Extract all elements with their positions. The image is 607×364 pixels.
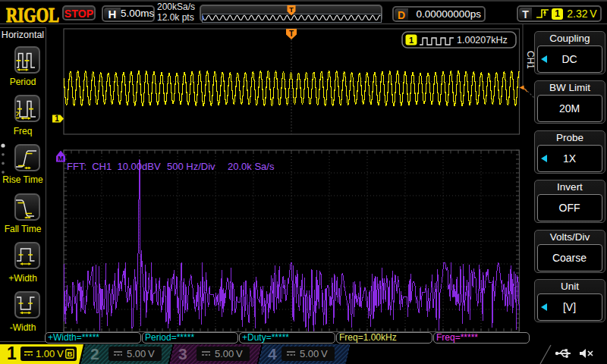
svg-text:T: T (289, 30, 294, 38)
svg-text:M: M (58, 155, 64, 162)
svg-text:20.0k Sa/s: 20.0k Sa/s (228, 161, 275, 172)
svg-text:500 Hz/Div: 500 Hz/Div (167, 161, 215, 172)
svg-text:1: 1 (55, 115, 59, 123)
svg-text:T: T (289, 6, 294, 14)
svg-text:FFT: CH1 10.00dBV: FFT: CH1 10.00dBV (67, 161, 161, 172)
svg-text:1: 1 (409, 36, 414, 45)
svg-text:1.00207kHz: 1.00207kHz (457, 35, 508, 46)
